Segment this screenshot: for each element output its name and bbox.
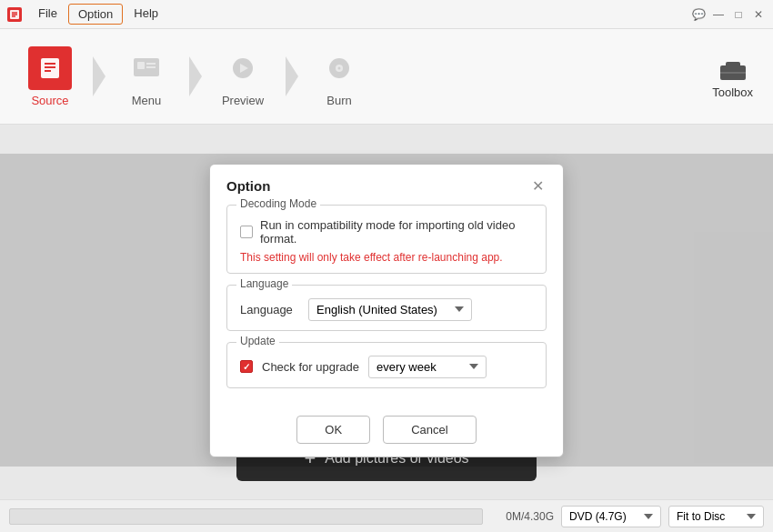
update-checkbox[interactable]: [240, 360, 253, 373]
decoding-checkbox-label: Run in compatibility mode for importing …: [260, 218, 533, 246]
language-select[interactable]: English (United States) Chinese (Simplif…: [308, 298, 472, 321]
burn-icon-box: [317, 46, 361, 90]
modal-overlay: Option ✕ Decoding Mode Run in compatibil…: [0, 154, 773, 467]
language-section: Language Language English (United States…: [226, 285, 547, 331]
update-section-label: Update: [236, 335, 279, 347]
toolbar-arrow-2: [189, 56, 202, 96]
app-icon: [7, 7, 22, 22]
source-label: Source: [31, 94, 68, 107]
menu-option[interactable]: Option: [68, 4, 123, 25]
toolbox-button[interactable]: Toolbox: [701, 47, 764, 106]
menu-help[interactable]: Help: [125, 4, 167, 25]
dialog-title: Option: [226, 178, 270, 194]
update-checkbox-label: Check for upgrade: [262, 360, 359, 374]
main-content: + Add pictures or videos Option ✕ Decodi…: [0, 125, 773, 499]
toolbar-burn[interactable]: Burn: [298, 40, 380, 113]
preview-label: Preview: [222, 94, 264, 107]
preview-icon-box: [221, 46, 265, 90]
chat-button[interactable]: 💬: [691, 7, 706, 22]
language-row: Language English (United States) Chinese…: [240, 298, 533, 321]
cancel-button[interactable]: Cancel: [383, 416, 476, 444]
update-section: Update Check for upgrade every day every…: [226, 342, 547, 388]
menu-icon-box: [125, 46, 168, 90]
toolbar-items: Source Menu Prev: [9, 40, 764, 113]
decoding-checkbox[interactable]: [240, 226, 253, 238]
minimize-button[interactable]: —: [711, 7, 726, 22]
dialog-body: Decoding Mode Run in compatibility mode …: [210, 205, 563, 412]
toolbar-preview[interactable]: Preview: [202, 40, 284, 113]
dialog-close-button[interactable]: ✕: [528, 177, 547, 196]
close-button[interactable]: ✕: [751, 7, 766, 22]
decoding-checkbox-row: Run in compatibility mode for importing …: [240, 218, 533, 246]
decoding-warning: This setting will only take effect after…: [240, 251, 533, 264]
toolbar-arrow-3: [286, 56, 298, 96]
option-dialog: Option ✕ Decoding Mode Run in compatibil…: [209, 164, 564, 457]
disc-type-select[interactable]: DVD (4.7G) DVD (8.5G) BD-25 BD-50: [561, 506, 661, 527]
title-bar: File Option Help 💬 — □ ✕: [0, 0, 773, 29]
ok-button[interactable]: OK: [296, 416, 370, 444]
progress-bar: [9, 508, 483, 525]
source-icon-box: [28, 46, 72, 90]
fit-to-select[interactable]: Fit to Disc Best Quality Highest Speed: [668, 506, 764, 527]
status-bar: 0M/4.30G DVD (4.7G) DVD (8.5G) BD-25 BD-…: [0, 499, 773, 532]
menu-label: Menu: [132, 94, 162, 107]
update-frequency-select[interactable]: every day every week every month never: [368, 356, 487, 378]
language-section-label: Language: [236, 277, 292, 290]
menu-bar: File Option Help: [29, 4, 684, 25]
storage-size: 0M/4.30G: [490, 510, 554, 523]
svg-point-16: [338, 66, 341, 69]
update-row: Check for upgrade every day every week e…: [240, 356, 533, 378]
toolbar-arrow-1: [93, 56, 105, 96]
toolbar-source[interactable]: Source: [9, 40, 91, 113]
window-controls: 💬 — □ ✕: [691, 7, 766, 22]
burn-label: Burn: [326, 94, 351, 107]
svg-rect-18: [726, 62, 740, 67]
language-field-label: Language: [240, 303, 299, 316]
svg-rect-9: [137, 62, 145, 69]
dialog-footer: OK Cancel: [210, 412, 563, 457]
toolbar-menu[interactable]: Menu: [105, 40, 187, 113]
maximize-button[interactable]: □: [731, 7, 746, 22]
menu-file[interactable]: File: [29, 4, 66, 25]
toolbar: Source Menu Prev: [0, 29, 773, 125]
decoding-mode-label: Decoding Mode: [236, 197, 320, 210]
decoding-mode-section: Decoding Mode Run in compatibility mode …: [226, 205, 547, 274]
toolbox-label: Toolbox: [712, 85, 753, 99]
